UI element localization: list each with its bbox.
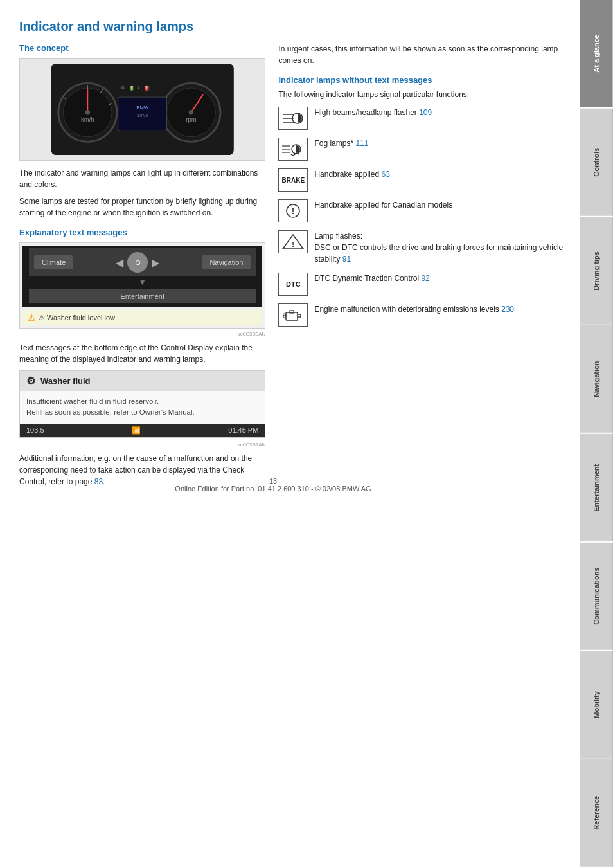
display-climate-label: Climate: [34, 255, 73, 269]
fog-lamp-label: Fog lamps*: [314, 139, 355, 148]
high-beam-icon-box: [278, 107, 308, 130]
indicator-high-beam: High beams/headlamp flasher 109: [278, 107, 567, 130]
sidebar-tab-mobility[interactable]: Mobility: [580, 651, 613, 759]
concept-section-title: The concept: [19, 43, 265, 53]
svg-text:⚙: ⚙: [121, 86, 125, 90]
svg-text:🔋: 🔋: [129, 85, 135, 91]
svg-text:BMW: BMW: [136, 105, 148, 111]
display-entertainment-label: Entertainment: [29, 289, 256, 303]
dtc-label: DTC Dynamic Traction Control: [314, 274, 421, 283]
washer-footer-time: 01:45 PM: [228, 426, 258, 434]
engine-malfunction-text: Engine malfunction with deteriorating em…: [314, 303, 567, 315]
fog-lamp-icon-box: [278, 138, 308, 161]
indicator-list: High beams/headlamp flasher 109: [278, 107, 567, 327]
engine-malfunction-label: Engine malfunction with deteriorating em…: [314, 305, 501, 314]
display-navigation-label: Navigation: [202, 255, 251, 269]
explanatory-section-title: Explanatory text messages: [19, 228, 265, 237]
fog-lamp-link[interactable]: 111: [355, 139, 368, 148]
svg-text:!: !: [292, 240, 295, 248]
indicator-engine-malfunction: Engine malfunction with deteriorating em…: [278, 303, 567, 327]
sidebar-tab-entertainment[interactable]: Entertainment: [580, 434, 613, 541]
concept-body-2: Some lamps are tested for proper functio…: [19, 195, 265, 219]
right-column: In urgent cases, this information will b…: [278, 43, 567, 493]
urgent-text: In urgent cases, this information will b…: [278, 43, 567, 66]
washer-text-line2: Refill as soon as possible, refer to Own…: [26, 407, 258, 418]
washer-popup-header: ⚙ Washer fluid: [20, 371, 265, 391]
indicator-intro: The following indicator lamps signal par…: [278, 89, 567, 100]
display-image-caption: uc0C3B3AN: [19, 331, 265, 337]
page-number: 13: [0, 477, 546, 485]
sidebar-tab-navigation[interactable]: Navigation: [580, 325, 613, 433]
svg-text:🌡: 🌡: [137, 86, 141, 90]
display-warning-label: ⚠ Washer fluid level low!: [39, 314, 117, 322]
fog-lamp-text: Fog lamps* 111: [314, 138, 567, 149]
text-messages-body: Text messages at the bottom edge of the …: [19, 342, 265, 365]
washer-text-line1: Insufficient washer fluid in fluid reser…: [26, 396, 258, 407]
svg-rect-34: [286, 312, 298, 320]
washer-popup: ⚙ Washer fluid Insufficient washer fluid…: [19, 370, 265, 438]
sidebar-tab-reference[interactable]: Reference: [580, 759, 613, 867]
display-wrapper: Climate ◀ ⊙ ▶ Navigation ▼ Entertai: [19, 242, 265, 337]
washer-popup-footer: 103.5 📶 01:45 PM: [20, 424, 265, 437]
handbrake-icon: BRAKE: [282, 177, 305, 184]
washer-footer-signal-icon: 📶: [132, 426, 141, 435]
indicator-dtc: DTC DTC Dynamic Traction Control 92: [278, 273, 567, 296]
high-beam-label: High beams/headlamp flasher: [314, 108, 419, 117]
concept-body-1: The indicator and warning lamps can ligh…: [19, 167, 265, 190]
washer-popup-title: Washer fluid: [40, 376, 91, 386]
canadian-brake-icon-box: !: [278, 199, 308, 222]
lamp-flash-link[interactable]: 91: [342, 255, 351, 264]
washer-popup-body: Insufficient washer fluid in fluid reser…: [20, 391, 265, 424]
indicator-section-title: Indicator lamps without text messages: [278, 75, 567, 85]
indicator-handbrake: BRAKE Handbrake applied 63: [278, 168, 567, 192]
canadian-brake-text: Handbrake applied for Canadian models: [314, 199, 567, 211]
indicator-lamp-flash: ! Lamp flashes:DSC or DTC controls the d…: [278, 230, 567, 265]
dtc-icon: DTC: [286, 280, 301, 288]
two-column-layout: The concept km/h: [19, 43, 567, 493]
page-title: Indicator and warning lamps: [19, 19, 567, 34]
dtc-text: DTC Dynamic Traction Control 92: [314, 273, 567, 284]
engine-malfunction-link[interactable]: 238: [501, 305, 514, 314]
sidebar-tab-communications[interactable]: Communications: [580, 543, 613, 650]
handbrake-label: Handbrake applied: [314, 170, 381, 179]
display-warning-text: ⚠ ⚠ Washer fluid level low!: [22, 310, 262, 325]
svg-text:⛽: ⛽: [145, 85, 150, 91]
dtc-link[interactable]: 92: [421, 274, 429, 283]
main-content: Indicator and warning lamps The concept: [0, 0, 580, 505]
high-beam-text: High beams/headlamp flasher 109: [314, 107, 567, 118]
canadian-brake-label: Handbrake applied for Canadian models: [314, 201, 452, 210]
svg-text:!: !: [292, 207, 294, 216]
page-footer: 13 Online Edition for Part no. 01 41 2 6…: [0, 477, 546, 493]
washer-image-caption: uc0C3B1AN: [19, 442, 265, 448]
svg-text:rpm: rpm: [186, 116, 196, 123]
svg-point-9: [85, 110, 91, 115]
high-beam-link[interactable]: 109: [419, 108, 432, 117]
indicator-canadian-brake: ! Handbrake applied for Canadian models: [278, 199, 567, 222]
handbrake-text: Handbrake applied 63: [314, 168, 567, 180]
svg-point-14: [189, 110, 194, 115]
lamp-flash-text: Lamp flashes:DSC or DTC controls the dri…: [314, 230, 567, 265]
indicator-fog-lamp: Fog lamps* 111: [278, 138, 567, 161]
dtc-icon-box: DTC: [278, 273, 308, 296]
sidebar-tab-controls[interactable]: Controls: [580, 109, 613, 216]
display-nav-row: Climate ◀ ⊙ ▶ Navigation: [29, 248, 256, 276]
sidebar-tab-at-a-glance[interactable]: At a glance: [580, 0, 613, 107]
lamp-flash-label: Lamp flashes:DSC or DTC controls the dri…: [314, 231, 563, 264]
svg-text:iDrive: iDrive: [137, 113, 148, 118]
engine-malfunction-icon-box: [278, 303, 308, 327]
left-column: The concept km/h: [19, 43, 265, 493]
handbrake-icon-box: BRAKE: [278, 168, 308, 192]
washer-icon: ⚙: [26, 375, 35, 387]
display-center-btn[interactable]: ⊙: [127, 252, 148, 273]
control-display-image: Climate ◀ ⊙ ▶ Navigation ▼ Entertai: [19, 242, 265, 329]
footer-copyright: Online Edition for Part no. 01 41 2 600 …: [0, 485, 546, 493]
washer-footer-odometer: 103.5: [26, 426, 44, 434]
sidebar: At a glance Controls Driving tips Naviga…: [580, 0, 613, 868]
warning-triangle-icon: ⚠: [28, 312, 36, 323]
dashboard-image: km/h rpm BMW iDrive ⚙: [19, 58, 265, 161]
handbrake-link[interactable]: 63: [381, 170, 389, 179]
lamp-flash-icon-box: !: [278, 230, 308, 253]
svg-text:km/h: km/h: [81, 116, 94, 123]
sidebar-tab-driving-tips[interactable]: Driving tips: [580, 217, 613, 325]
